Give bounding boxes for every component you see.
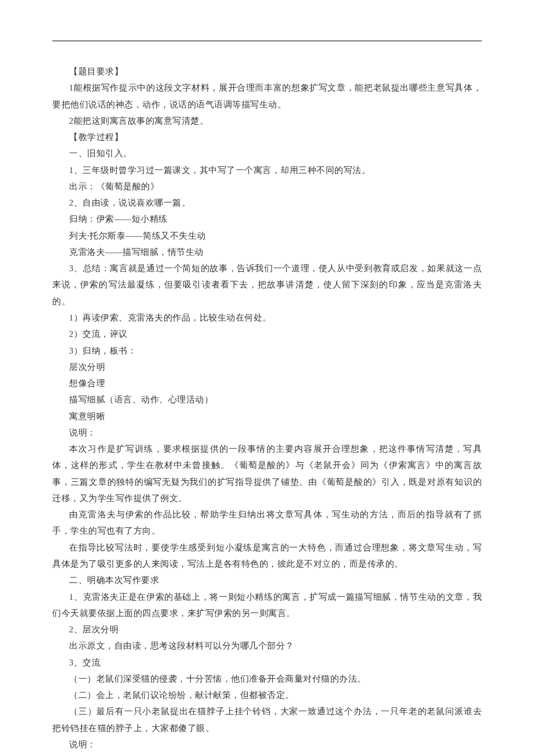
text-line: 2能把这则寓言故事的寓意写清楚。: [52, 113, 482, 129]
text-line: 2、层次分明: [52, 621, 482, 638]
text-line: （三）最后有一只小老鼠提出在猫脖子上挂个铃铛，大家一致通过这个办法，一只年老的老…: [52, 703, 482, 736]
text-line: 出示原文，自由读，思考这段材料可以分为哪几个部分？: [52, 638, 482, 654]
text-line: 3、总结：寓言就是通过一个简短的故事，告诉我们一个道理，使人从中受到教育或启发，…: [52, 260, 482, 309]
text-line: 说明：: [52, 424, 482, 441]
text-line: 出示：《葡萄是酸的》: [52, 178, 482, 195]
document-content: 【题目要求】 1能根据写作提示中的这段文字材料，展开合理而丰富的想象扩写文章，能…: [52, 63, 482, 756]
text-line: 归纳：伊索——短小精练: [52, 211, 482, 227]
text-line: 2）交流，评议: [52, 326, 482, 342]
text-line: 一、旧知引入。: [52, 145, 482, 161]
text-line: 在指导比较写法时，要使学生感受到短小凝练是寓言的一大特色，而通过合理想象，将文章…: [52, 539, 482, 573]
text-line: 寓意明晰: [52, 408, 482, 424]
text-line: 1、三年级时曾学习过一篇课文，其中写了一个寓言，却用三种不同的写法。: [52, 162, 482, 178]
text-line: 1）再读伊索、克雷洛夫的作品，比较生动在何处。: [52, 309, 482, 326]
text-line: 层次分明: [52, 359, 482, 375]
text-line: 1能根据写作提示中的这段文字材料，展开合理而丰富的想象扩写文章，能把老鼠提出哪些…: [52, 80, 482, 113]
text-line: 想像合理: [52, 375, 482, 391]
text-line: 本次习作是扩写训练，要求根据提供的一段事情的主要内容展开合理想象，把这件事情写清…: [52, 441, 482, 506]
text-line: （二）会上，老鼠们议论纷纷，献计献策，但都被否定。: [52, 687, 482, 703]
text-line: 说明：: [52, 736, 482, 753]
text-line: 克雷洛夫——描写细腻，情节生动: [52, 244, 482, 260]
text-line: 描写细腻（语言、动作、心理活动）: [52, 391, 482, 408]
top-divider: [52, 41, 482, 41]
text-line: 列夫·托尔斯泰——简练又不失生动: [52, 228, 482, 244]
text-line: 2、自由读，说说喜欢哪一篇。: [52, 195, 482, 211]
text-line: 二、明确本次写作要求: [52, 572, 482, 588]
text-line: 扩写一篇文章首先要认真阅读需要扩写的这段材料，梳理一下这件事情可以分几部分来写，…: [52, 753, 482, 756]
text-line: 3、交流: [52, 654, 482, 671]
text-line: 【题目要求】: [52, 63, 482, 80]
text-line: 1、克雷洛夫正是在伊索的基础上，将一则短小精练的寓言，扩写成一篇描写细腻，情节生…: [52, 589, 482, 622]
text-line: （一）老鼠们深受猫的侵袭，十分苦恼，他们准备开会商量对付猫的办法。: [52, 671, 482, 687]
text-line: 3）归纳，板书：: [52, 343, 482, 359]
text-line: 由克雷洛夫与伊索的作品比较，帮助学生归纳出将文章写具体，写生动的方法，而后的指导…: [52, 506, 482, 539]
text-line: 【教学过程】: [52, 129, 482, 145]
